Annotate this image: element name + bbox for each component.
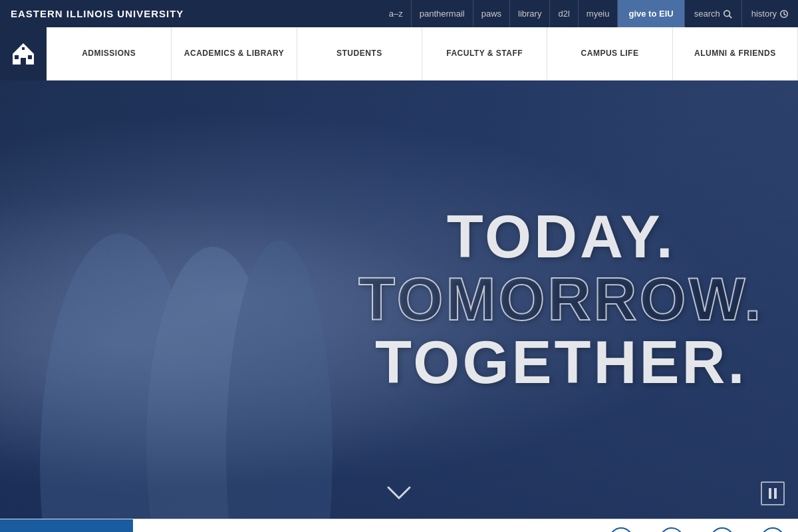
pause-button[interactable] [761, 481, 785, 505]
bottom-icon-2[interactable] [660, 527, 684, 533]
myeiu-link[interactable]: myeiu [579, 0, 618, 27]
bottom-icon-4[interactable] [761, 527, 785, 533]
history-button[interactable]: history [742, 0, 798, 27]
main-navigation: ADMISSIONS ACADEMICS & LIBRARY STUDENTS … [0, 27, 798, 80]
eiu-logo-icon [10, 41, 37, 67]
svg-rect-5 [21, 58, 26, 65]
nav-admissions[interactable]: ADMISSIONS [47, 27, 172, 80]
hero-line-2: TOMORROW. [358, 268, 763, 331]
paws-link[interactable]: paws [473, 0, 510, 27]
pause-bar-right [774, 488, 777, 499]
nav-students[interactable]: STUDENTS [297, 27, 422, 80]
svg-rect-8 [22, 47, 25, 50]
nav-alumni[interactable]: ALUMNI & FRIENDS [673, 27, 798, 80]
month-label: AUG [43, 529, 90, 533]
hero-section: TODAY. TOMORROW. TOGETHER. [0, 80, 798, 519]
give-to-eiu-button[interactable]: give to EIU [618, 0, 684, 27]
event-text: FIRST DAY OF FALL 2024 [133, 519, 292, 532]
svg-rect-7 [28, 55, 32, 59]
university-name: EASTERN ILLINOIS UNIVERSITY [11, 8, 184, 19]
history-label: history [751, 9, 777, 19]
svg-point-0 [724, 10, 730, 16]
nav-items: ADMISSIONS ACADEMICS & LIBRARY STUDENTS … [47, 27, 798, 80]
d2l-link[interactable]: d2l [550, 0, 578, 27]
nav-academics[interactable]: ACADEMICS & LIBRARY [172, 27, 297, 80]
bottom-icons [609, 519, 798, 532]
month-box: AUG [0, 519, 133, 532]
az-link[interactable]: a–z [381, 0, 412, 27]
history-icon [779, 9, 789, 19]
scroll-down-button[interactable] [386, 484, 412, 505]
chevron-down-icon [386, 485, 412, 501]
nav-faculty[interactable]: FACULTY & STAFF [422, 27, 547, 80]
panthermail-link[interactable]: panthermail [412, 0, 473, 27]
search-icon [723, 9, 732, 19]
search-button[interactable]: search [685, 0, 742, 27]
library-link[interactable]: library [510, 0, 550, 27]
nav-campus-life[interactable]: CAMPUS LIFE [547, 27, 672, 80]
hero-line-3: TOGETHER. [358, 331, 763, 394]
svg-line-1 [729, 15, 732, 18]
hero-line-1: TODAY. [358, 205, 763, 269]
utility-bar: EASTERN ILLINOIS UNIVERSITY a–z pantherm… [0, 0, 798, 27]
bottom-bar: AUG FIRST DAY OF FALL 2024 [0, 519, 798, 532]
utility-links: a–z panthermail paws library d2l myeiu g… [381, 0, 798, 27]
pause-bar-left [769, 488, 771, 499]
bottom-icon-3[interactable] [710, 527, 734, 533]
hero-text: TODAY. TOMORROW. TOGETHER. [358, 205, 763, 394]
search-label: search [694, 9, 720, 19]
bottom-icon-1[interactable] [609, 527, 633, 533]
svg-rect-6 [15, 55, 19, 59]
logo-container[interactable] [0, 27, 47, 80]
